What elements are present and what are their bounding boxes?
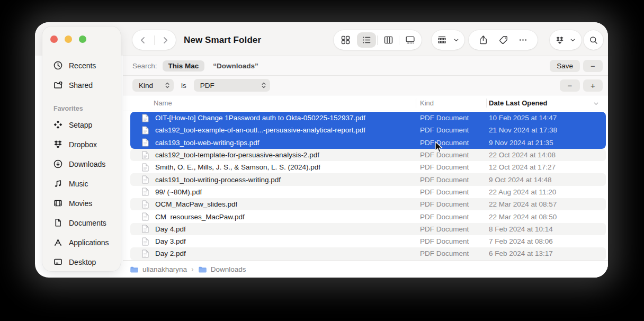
clock-icon — [53, 60, 63, 70]
list-view-icon — [361, 34, 372, 46]
column-header-kind[interactable]: Kind — [420, 95, 434, 111]
file-name: cals191_tool-writing-process-writing.pdf — [155, 173, 281, 185]
minimize-window-button[interactable] — [65, 35, 72, 43]
icon-view-icon — [340, 34, 351, 46]
desktop-icon — [53, 257, 63, 267]
column-view-icon — [383, 34, 394, 46]
file-date-last-opened: 10 Feb 2025 at 14:47 — [489, 112, 557, 124]
remove-search-button[interactable]: − — [583, 60, 603, 72]
more-icon[interactable] — [517, 34, 529, 46]
search-button[interactable] — [584, 30, 603, 50]
file-name: OIT-[How-to] Change 1Password auth to Ok… — [155, 112, 365, 124]
desktop-background: New Smart Folder — [0, 0, 644, 321]
tag-icon[interactable] — [498, 34, 509, 46]
sidebar-item-applications[interactable]: Applications — [47, 233, 118, 252]
file-row[interactable]: cals191_tool-writing-process-writing.pdf… — [130, 173, 606, 185]
file-name: cals192_tool-example-of-an-outl...-persu… — [155, 124, 365, 136]
sidebar-item-documents[interactable]: Documents — [47, 213, 118, 233]
file-row[interactable]: OCM_MacPaw_slides.pdf PDF Document 22 Ma… — [130, 198, 606, 210]
view-switcher — [334, 30, 422, 50]
filter-attribute-value: Kind — [139, 82, 153, 90]
column-header-date-last-opened[interactable]: Date Last Opened — [489, 95, 548, 111]
group-button[interactable] — [432, 30, 464, 50]
file-row[interactable]: cals193_tool-web-writing-tips.pdf PDF Do… — [130, 137, 606, 149]
file-row[interactable]: cals192_tool-template-for-persuasive-ana… — [130, 149, 606, 161]
file-name: Day 2.pdf — [155, 247, 186, 260]
sidebar-item-dropbox[interactable]: Dropbox — [47, 135, 118, 154]
filter-attribute-dropdown[interactable]: Kind — [132, 79, 174, 92]
back-chevron-icon[interactable] — [137, 34, 149, 46]
dropbox-icon — [53, 139, 63, 149]
file-kind: PDF Document — [420, 235, 469, 247]
pdf-file-icon — [142, 138, 149, 147]
sidebar-favorites-label: Favorites — [47, 102, 118, 115]
file-row[interactable]: cals192_tool-example-of-an-outl...-persu… — [130, 124, 606, 136]
sort-chevron-icon[interactable] — [593, 100, 600, 107]
sidebar-top-group: Recents Shared — [47, 56, 118, 95]
icon-view-button[interactable] — [335, 30, 356, 50]
pdf-file-icon — [142, 249, 149, 258]
column-header-name[interactable]: Name — [154, 95, 172, 111]
file-row[interactable]: Day 3.pdf PDF Document 7 Feb 2024 at 08:… — [130, 235, 606, 247]
file-row[interactable]: Day 2.pdf PDF Document 6 Feb 2024 at 13:… — [130, 247, 606, 260]
save-button[interactable]: Save — [550, 60, 580, 72]
column-view-button[interactable] — [378, 30, 399, 50]
file-kind: PDF Document — [420, 112, 469, 124]
pdf-file-icon — [142, 212, 149, 221]
file-row[interactable]: 99/ (~80M).pdf PDF Document 22 Aug 2024 … — [130, 186, 606, 198]
mouse-cursor — [433, 141, 445, 154]
window-title: New Smart Folder — [184, 30, 261, 50]
file-name: OCM_MacPaw_slides.pdf — [155, 198, 237, 210]
sidebar-item-shared[interactable]: Shared — [47, 75, 118, 95]
pdf-file-icon — [142, 126, 149, 135]
forward-chevron-icon[interactable] — [159, 34, 171, 46]
add-rule-button[interactable]: + — [583, 79, 603, 92]
sidebar-item-music[interactable]: Music — [47, 174, 118, 193]
remove-rule-button[interactable]: − — [560, 79, 580, 92]
sidebar-item-movies[interactable]: Movies — [47, 193, 118, 213]
toolbar: New Smart Folder — [35, 22, 608, 56]
scope-this-mac-button[interactable]: This Mac — [163, 60, 205, 72]
scope-downloads-label[interactable]: “Downloads” — [213, 62, 258, 70]
file-kind: PDF Document — [420, 210, 469, 222]
file-date-last-opened: 12 Oct 2024 at 17:27 — [489, 161, 556, 173]
file-name: CM resourses_MacPaw.pdf — [155, 210, 245, 222]
share-icon[interactable] — [478, 34, 489, 46]
music-icon — [53, 179, 63, 189]
sidebar-item-label: Downloads — [69, 160, 105, 168]
sidebar-favorites-group: Setapp Dropbox Downloads Music Movies Do… — [47, 115, 118, 272]
file-date-last-opened: 22 Mar 2024 at 08:50 — [489, 210, 557, 222]
file-date-last-opened: 9 Oct 2024 at 14:48 — [489, 173, 552, 185]
filter-value-dropdown[interactable]: PDF — [194, 79, 270, 92]
search-scope-bar: Search: This Mac “Downloads” Save − — [123, 56, 608, 76]
chevron-down-icon — [569, 37, 576, 43]
sidebar-item-recents[interactable]: Recents — [47, 56, 118, 75]
file-list: OIT-[How-to] Change 1Password auth to Ok… — [123, 112, 608, 260]
list-view-button[interactable] — [356, 30, 377, 50]
close-window-button[interactable] — [50, 35, 58, 43]
downloads-folder-icon — [198, 265, 207, 273]
sidebar-item-setapp[interactable]: Setapp — [47, 115, 118, 135]
file-name: cals192_tool-template-for-persuasive-ana… — [155, 149, 319, 161]
document-icon — [53, 218, 63, 228]
file-row[interactable]: Day 4.pdf PDF Document 8 Feb 2024 at 10:… — [130, 223, 606, 235]
file-row[interactable]: Smith, O. E., Mills, J. S., & Samson, L.… — [130, 161, 606, 173]
gallery-view-button[interactable] — [399, 30, 421, 50]
path-separator: › — [191, 265, 194, 273]
sidebar-item-label: Applications — [69, 238, 109, 247]
sidebar-item-label: Desktop — [69, 258, 96, 266]
content-area: Search: This Mac “Downloads” Save − Kind… — [123, 56, 608, 278]
column-divider[interactable] — [416, 99, 416, 108]
sidebar-item-downloads[interactable]: Downloads — [47, 154, 118, 174]
path-user[interactable]: ulianakharyna — [142, 265, 187, 273]
file-row[interactable]: CM resourses_MacPaw.pdf PDF Document 22 … — [130, 210, 606, 222]
stepper-chevrons-icon — [261, 82, 266, 89]
column-divider[interactable] — [486, 99, 487, 108]
sidebar-item-desktop[interactable]: Desktop — [47, 252, 118, 272]
zoom-window-button[interactable] — [79, 35, 86, 43]
path-folder[interactable]: Downloads — [211, 265, 246, 273]
sidebar-item-label: Music — [69, 180, 88, 188]
dropbox-toolbar-button[interactable] — [550, 30, 582, 50]
pdf-file-icon — [142, 225, 149, 233]
file-row[interactable]: OIT-[How-to] Change 1Password auth to Ok… — [130, 112, 606, 124]
